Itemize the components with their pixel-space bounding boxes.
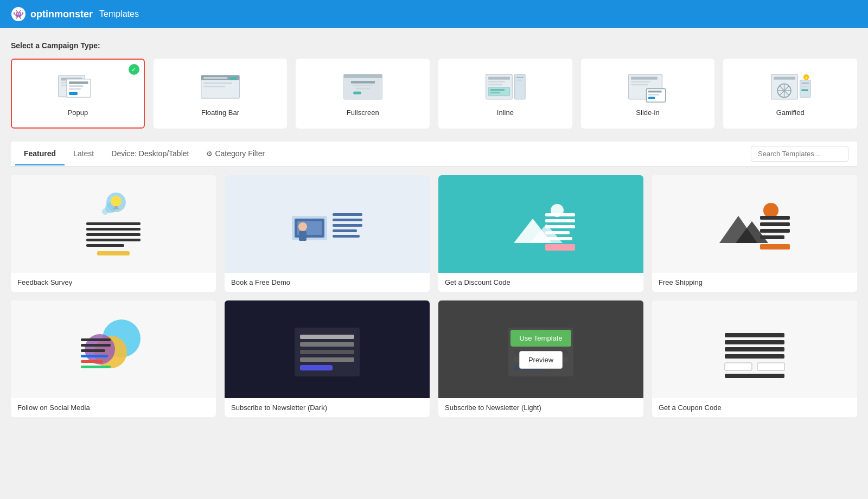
svg-rect-33 xyxy=(516,80,522,81)
campaign-type-grid: ✓ Popup xyxy=(11,59,857,129)
svg-rect-85 xyxy=(545,244,575,251)
gamified-icon: $ xyxy=(769,71,812,103)
coupon-thumb xyxy=(711,309,798,390)
svg-rect-37 xyxy=(631,84,648,86)
svg-rect-75 xyxy=(333,229,357,232)
svg-rect-32 xyxy=(516,76,524,78)
svg-rect-29 xyxy=(490,89,505,91)
fullscreen-icon xyxy=(341,71,385,103)
popup-label: Popup xyxy=(68,108,88,117)
svg-rect-13 xyxy=(203,77,227,79)
svg-rect-106 xyxy=(300,350,354,354)
campaign-type-floating-bar[interactable]: Floating Bar xyxy=(154,59,288,129)
svg-rect-90 xyxy=(760,222,790,226)
svg-rect-66 xyxy=(97,251,130,255)
svg-rect-120 xyxy=(725,354,784,359)
slide-in-icon xyxy=(626,71,669,103)
svg-rect-83 xyxy=(545,231,570,234)
selected-check: ✓ xyxy=(129,64,139,75)
svg-rect-14 xyxy=(203,82,232,84)
svg-rect-15 xyxy=(203,86,225,87)
template-subscribe-dark[interactable]: Subscribe to Newsletter (Dark) xyxy=(225,300,430,417)
template-follow-social[interactable]: Follow on Social Media xyxy=(11,300,216,417)
svg-rect-76 xyxy=(333,235,360,238)
campaign-type-popup[interactable]: ✓ Popup xyxy=(11,59,145,129)
tab-latest[interactable]: Latest xyxy=(65,143,103,165)
svg-rect-50 xyxy=(801,82,809,84)
svg-rect-71 xyxy=(299,231,307,241)
svg-rect-108 xyxy=(300,365,333,370)
svg-rect-74 xyxy=(333,224,362,227)
svg-rect-62 xyxy=(86,228,141,231)
svg-rect-21 xyxy=(353,85,372,86)
svg-rect-92 xyxy=(760,235,784,239)
svg-rect-105 xyxy=(300,342,354,347)
template-get-coupon[interactable]: Get a Coupon Code xyxy=(652,300,857,417)
campaign-type-gamified[interactable]: $ Gamified xyxy=(723,59,857,129)
svg-rect-84 xyxy=(545,237,572,240)
red-arrow xyxy=(530,300,552,304)
floating-bar-icon xyxy=(199,71,242,103)
template-subscribe-light[interactable]: Use Template Preview Subscribe to Newsle… xyxy=(438,300,643,417)
svg-rect-41 xyxy=(648,97,655,99)
campaign-type-slide-in[interactable]: Slide-in xyxy=(581,59,715,129)
svg-rect-25 xyxy=(488,76,510,79)
svg-rect-93 xyxy=(760,244,790,250)
svg-rect-10 xyxy=(69,92,78,95)
svg-rect-98 xyxy=(81,344,111,347)
popup-icon xyxy=(56,71,99,103)
svg-rect-26 xyxy=(488,81,505,82)
svg-rect-123 xyxy=(725,374,784,378)
free-shipping-thumb xyxy=(711,183,798,265)
svg-rect-80 xyxy=(545,213,575,216)
subscribe-light-name: Subscribe to Newsletter (Light) xyxy=(438,398,643,417)
template-feedback-survey[interactable]: Feedback Survey xyxy=(11,175,216,292)
svg-rect-27 xyxy=(488,84,502,86)
follow-social-thumb xyxy=(70,309,157,390)
svg-text:$: $ xyxy=(805,76,807,80)
svg-rect-61 xyxy=(86,222,141,225)
svg-rect-82 xyxy=(545,225,575,228)
svg-rect-40 xyxy=(648,94,659,95)
tab-device[interactable]: Device: Desktop/Tablet xyxy=(103,143,197,165)
gamified-label: Gamified xyxy=(776,108,805,117)
campaign-type-inline[interactable]: Inline xyxy=(438,59,572,129)
svg-rect-99 xyxy=(81,349,105,352)
template-discount-code[interactable]: Get a Discount Code xyxy=(438,175,643,292)
svg-rect-72 xyxy=(333,213,362,216)
feedback-survey-thumb xyxy=(70,183,157,265)
svg-rect-7 xyxy=(69,81,88,84)
tab-featured[interactable]: Featured xyxy=(15,143,65,165)
use-template-button[interactable]: Use Template xyxy=(510,330,571,347)
logo-icon: 👾 xyxy=(11,7,26,22)
page-title: Templates xyxy=(99,9,139,19)
slide-in-label: Slide-in xyxy=(636,108,659,117)
svg-rect-28 xyxy=(488,87,510,96)
svg-point-57 xyxy=(102,208,108,215)
book-demo-thumb xyxy=(284,183,371,265)
svg-rect-8 xyxy=(69,85,83,87)
feedback-survey-name: Feedback Survey xyxy=(11,273,216,292)
svg-rect-64 xyxy=(86,239,141,241)
svg-rect-81 xyxy=(545,219,575,222)
svg-rect-63 xyxy=(86,233,141,236)
svg-rect-91 xyxy=(760,229,790,233)
template-free-shipping[interactable]: Free Shipping xyxy=(652,175,857,292)
template-book-demo[interactable]: Book a Free Demo xyxy=(225,175,430,292)
svg-rect-119 xyxy=(725,347,784,351)
search-input[interactable] xyxy=(751,146,848,162)
tab-category-filter[interactable]: ⚙ Category Filter xyxy=(197,143,273,165)
preview-button[interactable]: Preview xyxy=(519,351,563,369)
svg-rect-39 xyxy=(648,91,662,93)
campaign-type-fullscreen[interactable]: Fullscreen xyxy=(296,59,430,129)
svg-rect-43 xyxy=(774,76,795,79)
svg-rect-36 xyxy=(631,81,650,82)
svg-rect-18 xyxy=(343,74,382,78)
svg-rect-52 xyxy=(801,89,808,91)
main-content: Select a Campaign Type: ✓ Popup xyxy=(0,28,868,499)
svg-rect-104 xyxy=(300,335,354,339)
svg-rect-16 xyxy=(230,77,237,80)
svg-rect-9 xyxy=(69,88,81,90)
svg-rect-30 xyxy=(490,92,500,94)
fullscreen-label: Fullscreen xyxy=(347,108,379,117)
